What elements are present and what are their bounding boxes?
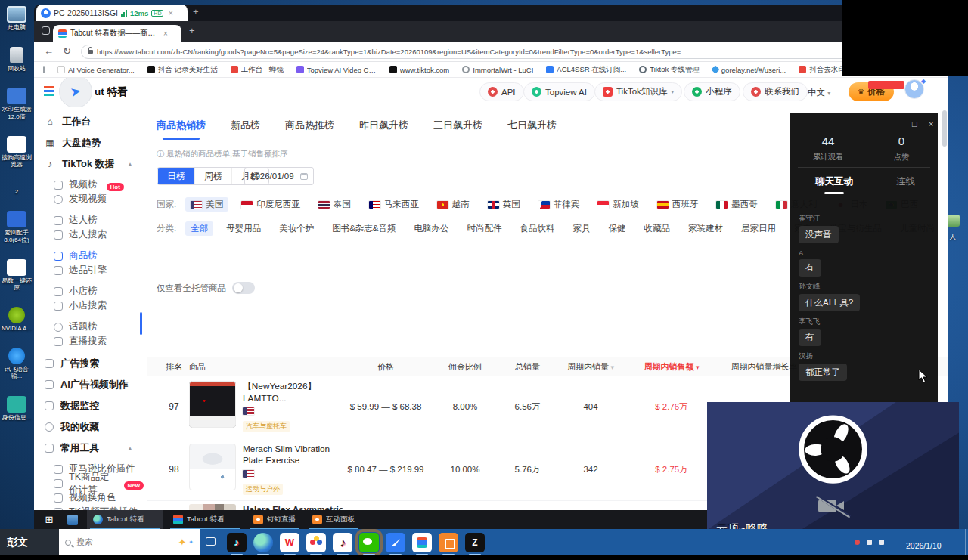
country-chip[interactable]: 美国 <box>185 197 228 212</box>
desktop-icon[interactable]: 回收站 <box>0 47 33 72</box>
nav-topview-ai[interactable]: Topview AI <box>523 82 595 101</box>
category-chip[interactable]: 美妆个护 <box>274 221 319 236</box>
sidebar-subitem[interactable]: 视频换角色 <box>54 490 144 505</box>
desktop-icon[interactable]: 身份信息... <box>0 396 33 421</box>
nav-tiktok-kb[interactable]: TikTok知识库 ▾ <box>594 82 682 101</box>
sidebar-subitem[interactable]: 达人搜索 <box>54 227 144 242</box>
ranking-tab[interactable]: 新品榜 <box>231 119 260 140</box>
pinned-app-icon[interactable] <box>67 515 78 525</box>
bookmark-item[interactable]: Topview AI Video Cr... <box>296 66 377 74</box>
taskbar-app-icon[interactable] <box>333 533 352 552</box>
product-title[interactable]: 【NewYear2026】LAMTTO... <box>243 381 335 404</box>
show-desktop-button[interactable] <box>965 529 968 555</box>
sidebar-item-market-trend[interactable]: ▦ 大盘趋势 <box>45 135 144 150</box>
sidebar-item[interactable]: 数据监控 <box>45 398 144 413</box>
bookmark-item[interactable]: www.tiktok.com <box>389 66 449 74</box>
category-chip[interactable]: 食品饮料 <box>515 221 560 236</box>
taskbar-app-icon[interactable] <box>306 533 326 552</box>
bookmark-item[interactable]: ACL4SSR 在线订阅... <box>546 65 626 75</box>
country-chip[interactable]: 泰国 <box>313 197 356 212</box>
taskbar-app-icon[interactable] <box>386 533 405 552</box>
taskbar-date[interactable]: 2026/1/10 <box>906 541 942 550</box>
desktop-icon[interactable]: 水印生成器 12.0倍 <box>0 88 33 119</box>
desktop-icon[interactable]: 此电脑 <box>0 6 33 31</box>
bookmark-item[interactable]: Tiktok 专线管理 <box>639 65 700 75</box>
bookmark-item[interactable]: 抖音-记录美好生活 <box>147 65 218 75</box>
pricing-button[interactable]: ♛ 价格 <box>849 82 894 101</box>
managed-goods-toggle[interactable] <box>232 282 255 294</box>
taskbar-app-icon[interactable] <box>253 533 273 552</box>
desktop-icon[interactable]: 易数一键还原 <box>0 259 33 291</box>
country-chip[interactable]: 马来西亚 <box>364 197 424 212</box>
category-chip[interactable]: 电脑办公 <box>409 221 455 236</box>
maximize-icon[interactable]: □ <box>912 119 917 128</box>
taskbar-app-button[interactable]: Tabcut 特看数据... <box>87 510 163 529</box>
tab-chat-interaction[interactable]: 聊天互动 <box>815 175 853 188</box>
taskbar-app-button[interactable]: 钉钉直播 <box>247 510 302 529</box>
category-chip[interactable]: 图书&杂志&音频 <box>327 221 401 236</box>
category-chip[interactable]: 收藏品 <box>639 221 676 236</box>
category-chip[interactable]: 家装建材 <box>683 221 728 236</box>
taskbar-app-button[interactable]: Tabcut 特看数据... <box>167 510 243 529</box>
desktop-icon[interactable]: 2 <box>0 184 33 195</box>
page-scrollbar-thumb[interactable] <box>942 110 947 147</box>
back-button[interactable]: ← <box>44 45 54 57</box>
taskbar-app-icon[interactable] <box>465 533 485 552</box>
product-thumbnail[interactable] <box>189 444 236 490</box>
date-picker[interactable]: 2026/01/09 <box>244 167 314 185</box>
country-chip[interactable]: 西班牙 <box>652 197 704 212</box>
sidebar-item[interactable]: 我的收藏 <box>45 419 144 435</box>
taskbar-user-label[interactable]: 彭文 <box>0 529 59 555</box>
address-bar[interactable]: https://www.tabcut.com/zh-CN/ranking/goo… <box>81 45 867 59</box>
ranking-tab[interactable]: 七日飙升榜 <box>507 119 557 140</box>
close-session-icon[interactable]: × <box>168 8 172 17</box>
remote-session-tab[interactable]: PC-20250113ISGI 12ms HD × <box>36 5 188 21</box>
sidebar-subitem[interactable]: 达人榜 <box>54 213 144 227</box>
country-chip[interactable]: 越南 <box>432 197 475 212</box>
sidebar-item[interactable]: AI广告视频制作 <box>45 377 144 392</box>
sidebar-subitem[interactable]: 选品引擎 <box>54 263 144 277</box>
taskbar-app-button[interactable]: 互动面板 <box>306 510 361 529</box>
taskbar-app-icon[interactable] <box>359 533 379 552</box>
country-chip[interactable]: 英国 <box>482 197 526 212</box>
country-chip[interactable]: 印度尼西亚 <box>236 197 306 212</box>
country-chip[interactable]: 墨西哥 <box>711 197 763 212</box>
col-period-gmv[interactable]: 周期内销售额 <box>625 361 718 373</box>
ranking-tab[interactable]: 昨日飙升榜 <box>359 119 408 140</box>
tab-search-icon[interactable] <box>42 26 50 35</box>
category-chip[interactable]: 家具 <box>568 221 596 236</box>
close-icon[interactable]: × <box>929 119 933 128</box>
sidebar-subitem[interactable]: 商品榜 <box>54 249 144 263</box>
period-button[interactable]: 周榜 <box>194 168 231 184</box>
sidebar-subitem[interactable]: 发现视频 <box>54 192 144 206</box>
category-chip[interactable]: 母婴用品 <box>221 221 266 236</box>
period-button[interactable]: 日榜 <box>157 168 194 184</box>
category-chip[interactable]: 时尚配件 <box>462 221 507 236</box>
bookmark-item[interactable]: AI Voice Generator... <box>57 66 135 74</box>
language-switcher[interactable]: 中文 ▾ <box>808 87 830 98</box>
desktop-icon[interactable]: NVIDIA A... <box>0 307 33 332</box>
category-chip[interactable]: 居家日用 <box>736 221 781 236</box>
side-panel-icon[interactable] <box>43 66 45 73</box>
nav-contact[interactable]: 联系我们 <box>743 82 808 101</box>
sidebar-subitem[interactable]: 直播搜索 <box>54 334 144 348</box>
sidebar-group-tools[interactable]: 常用工具 ▲ <box>45 441 144 456</box>
desktop-icon[interactable]: 搜狗高速浏览器 <box>0 136 33 168</box>
sidebar-subitem[interactable]: 小店榜 <box>54 284 144 299</box>
desktop-icon[interactable]: 讯飞语音输... <box>0 348 33 379</box>
sidebar-subitem[interactable]: TK视频下载插件 <box>54 505 144 510</box>
close-tab-icon[interactable]: × <box>163 29 168 38</box>
nav-mini-program[interactable]: 小程序 <box>684 82 740 101</box>
sidebar-group-tiktok-data[interactable]: ♪ TikTok 数据 ▲ <box>45 156 144 172</box>
chat-message-list[interactable]: 崔守江 没声音 A 有 孙文峰 什么AI工具? 李飞飞 有 <box>799 214 932 381</box>
new-session-button[interactable]: + <box>193 6 199 17</box>
ranking-tab[interactable]: 三日飙升榜 <box>433 119 482 140</box>
country-chip[interactable]: 新加坡 <box>592 197 644 212</box>
taskbar-app-icon[interactable] <box>439 533 458 552</box>
start-button[interactable]: ⊞ <box>40 514 58 525</box>
ranking-tab[interactable]: 商品热推榜 <box>285 119 334 140</box>
desktop-icon[interactable]: 爱回配手 8.0(64位) <box>0 211 33 243</box>
new-tab-button[interactable]: + <box>189 25 195 36</box>
taskbar-app-icon[interactable] <box>412 533 432 552</box>
sidebar-subitem[interactable]: 话题榜 <box>54 320 144 334</box>
